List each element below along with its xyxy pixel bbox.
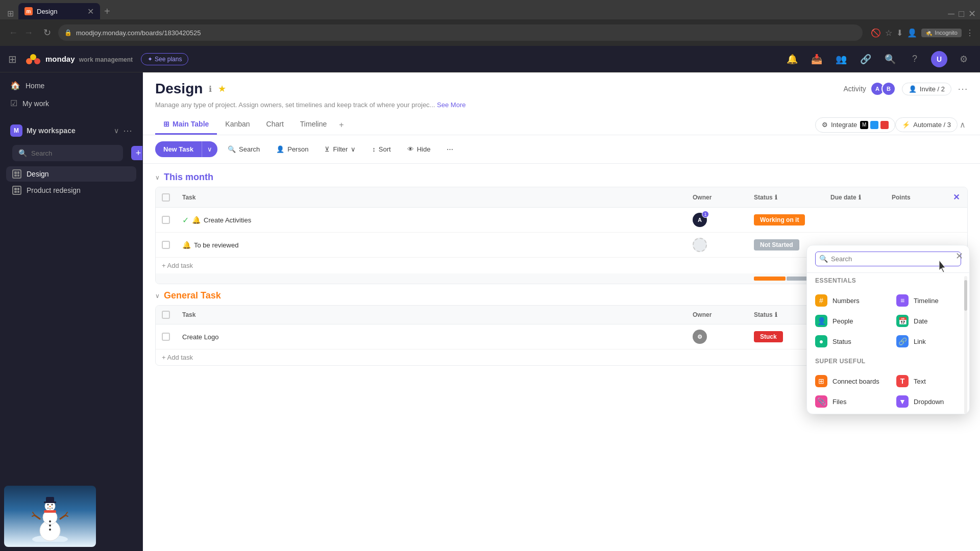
status-cell[interactable]: Working on it (748, 208, 824, 232)
see-plans-button[interactable]: ✦ See plans (141, 53, 188, 65)
dropdown-item-dropdown[interactable]: ▼ Dropdown (888, 391, 969, 412)
header-checkbox-g[interactable] (162, 311, 170, 319)
inbox-icon[interactable]: 📥 (808, 51, 825, 67)
new-task-button[interactable]: New Task (155, 141, 202, 157)
invite-button[interactable]: 👤 Invite / 2 (902, 83, 951, 95)
active-tab[interactable]: m Design ✕ (18, 3, 100, 19)
settings-icon[interactable]: ⚙ (955, 51, 972, 67)
tab-main-table[interactable]: ⊞ Main Table (155, 115, 217, 135)
duedate-cell[interactable] (824, 208, 886, 232)
star-bookmark-icon[interactable]: ☆ (885, 28, 892, 38)
col-task-header[interactable]: Task (176, 187, 687, 207)
tab-chart[interactable]: Chart (258, 115, 292, 135)
dropdown-item-text[interactable]: T Text (888, 371, 969, 391)
col-task-header-g[interactable]: Task (176, 306, 687, 324)
sidebar-item-my-work[interactable]: ☑ My work (4, 94, 138, 112)
dropdown-item-timeline[interactable]: ≡ Timeline (888, 290, 969, 311)
search-global-icon[interactable]: 🔍 (882, 51, 898, 67)
col-duedate-header[interactable]: Due date ℹ (824, 187, 886, 207)
row-checkbox[interactable] (162, 241, 170, 249)
column-search-input[interactable] (815, 252, 961, 266)
dropdown-item-numbers[interactable]: # Numbers (807, 290, 888, 311)
automate-button[interactable]: ⚡ Automate / 3 (895, 117, 958, 132)
task-notify-icon[interactable]: 🔔 (182, 241, 191, 249)
search-toolbar-button[interactable]: 🔍 Search (222, 142, 266, 156)
dropdown-item-files[interactable]: 📎 Files (807, 391, 888, 412)
dropdown-item-connect-boards[interactable]: ⊞ Connect boards (807, 371, 888, 391)
sidebar-search[interactable]: 🔍 (12, 145, 123, 161)
header-checkbox[interactable] (162, 193, 170, 202)
sidebar-item-product-redesign[interactable]: Product redesign (6, 183, 136, 198)
points-cell[interactable] (886, 208, 947, 232)
sidebar-item-home[interactable]: 🏠 Home (4, 77, 138, 94)
disable-icon[interactable]: 🚫 (871, 28, 881, 38)
new-task-dropdown-button[interactable]: ∨ (202, 141, 217, 157)
reload-button[interactable]: ↻ (40, 26, 54, 40)
notifications-icon[interactable]: 🔔 (784, 51, 800, 67)
task-notify-icon[interactable]: 🔔 (192, 216, 201, 224)
status-info-icon-g: ℹ (775, 311, 777, 318)
col-owner-header[interactable]: Owner (687, 187, 748, 207)
filter-button[interactable]: ⊻ Filter ∨ (318, 142, 362, 156)
tab-grid-icon[interactable]: ⊞ (4, 7, 16, 19)
dropdown-item-status[interactable]: ● Status (807, 331, 888, 352)
status-badge-working[interactable]: Working on it (754, 214, 805, 226)
tab-main-table-label: Main Table (173, 120, 209, 128)
task-check-icon[interactable]: ✓ (182, 215, 189, 225)
group-toggle-this-month[interactable]: ∨ (155, 174, 160, 181)
profile-icon[interactable]: 👤 (907, 28, 917, 38)
group-title-general[interactable]: General Task (164, 290, 221, 301)
tab-timeline[interactable]: Timeline (292, 115, 335, 135)
minimize-button[interactable]: ─ (948, 9, 954, 19)
download-icon[interactable]: ⬇ (896, 28, 903, 38)
search-sidebar-icon: 🔍 (18, 149, 27, 157)
sidebar-item-design[interactable]: Design (6, 166, 136, 182)
board-info-icon[interactable]: ℹ (209, 84, 212, 94)
close-button[interactable]: ✕ (968, 8, 976, 19)
col-add-header[interactable]: ✕ (947, 187, 967, 207)
row-checkbox[interactable] (162, 216, 170, 224)
extensions-icon[interactable]: ⋮ (966, 28, 974, 38)
invite-people-icon[interactable]: 👥 (833, 51, 849, 67)
row-checkbox-g[interactable] (162, 333, 170, 341)
dropdown-item-date[interactable]: 📅 Date (888, 311, 969, 331)
group-toggle-general[interactable]: ∨ (155, 292, 160, 299)
dropdown-scrollbar[interactable] (964, 276, 967, 414)
board-more-options-icon[interactable]: ⋯ (958, 83, 968, 95)
more-toolbar-button[interactable]: ⋯ (440, 142, 459, 156)
workspace-header[interactable]: M My workspace ∨ ⋯ (4, 120, 138, 141)
tab-close-button[interactable]: ✕ (87, 7, 94, 16)
hide-button[interactable]: 👁 Hide (401, 142, 437, 156)
tab-kanban[interactable]: Kanban (217, 115, 258, 135)
status-badge-stuck[interactable]: Stuck (754, 331, 783, 342)
user-avatar[interactable]: U (931, 51, 947, 67)
collapse-button[interactable]: ∧ (958, 118, 968, 132)
apps-grid-icon[interactable]: ⊞ (8, 53, 17, 65)
integrate-button[interactable]: ⚙ Integrate M (815, 117, 895, 133)
dropdown-close-button[interactable]: ✕ (955, 251, 963, 262)
status-badge-not-started[interactable]: Not Started (754, 239, 799, 251)
address-bar[interactable]: 🔒 moodjoy.monday.com/boards/1830420525 (58, 24, 863, 41)
back-button[interactable]: ← (6, 26, 20, 40)
see-more-link[interactable]: See More (437, 101, 465, 109)
sidebar-add-button[interactable]: + (131, 146, 143, 160)
col-points-header[interactable]: Points (886, 187, 947, 207)
sort-button[interactable]: ↕ Sort (366, 142, 397, 156)
new-tab-button[interactable]: + (102, 6, 112, 17)
dropdown-item-link[interactable]: 🔗 Link (888, 331, 969, 352)
integrations-icon[interactable]: 🔗 (857, 51, 874, 67)
col-owner-header-g[interactable]: Owner (687, 306, 748, 324)
maximize-button[interactable]: □ (959, 9, 964, 19)
board-star-icon[interactable]: ★ (218, 83, 226, 94)
col-status-header[interactable]: Status ℹ (748, 187, 824, 207)
workspace-more-icon[interactable]: ⋯ (123, 125, 132, 136)
forward-button[interactable]: → (21, 26, 36, 40)
sidebar-search-input[interactable] (31, 149, 117, 157)
dropdown-item-people[interactable]: 👤 People (807, 311, 888, 331)
help-icon[interactable]: ? (906, 51, 923, 67)
person-filter-button[interactable]: 👤 Person (270, 142, 314, 156)
add-column-icon[interactable]: ✕ (953, 192, 960, 202)
group-title-this-month[interactable]: This month (164, 172, 213, 183)
add-tab-button[interactable]: + (335, 115, 348, 135)
scrollbar-thumb[interactable] (964, 280, 967, 311)
